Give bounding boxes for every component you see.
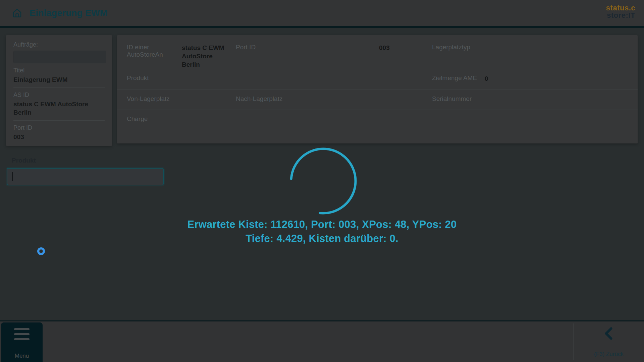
port-id-value: 003 [13, 133, 105, 141]
chevron-left-icon [603, 327, 614, 340]
orders-input[interactable] [13, 51, 106, 63]
brand-logo-bottom: store:IT [606, 12, 635, 19]
form-row-3: Von-Lagerplatz Nach-Lagerplatz Serialnum… [117, 89, 638, 110]
header-bar: Einlagerung EWM status.c store:IT [0, 0, 644, 28]
loading-spinner [289, 146, 358, 216]
back-button[interactable]: (F3) Zurück [575, 321, 642, 362]
von-lagerplatz-label: Von-Lagerplatz [127, 95, 182, 110]
zielmenge-label: Zielmenge AME [432, 74, 485, 89]
nach-lagerplatz-label: Nach-Lagerplatz [236, 95, 379, 110]
loading-message-line1: Erwartete Kiste: 112610, Port: 003, XPos… [0, 219, 644, 231]
orders-panel: Aufträge: Titel Einlagerung EWM AS ID st… [6, 35, 112, 146]
divider [13, 145, 105, 145]
home-icon[interactable] [12, 8, 22, 18]
autostore-id-value: status C EWM AutoStore Berlin [182, 44, 236, 69]
touch-pointer-indicator [37, 247, 45, 255]
produkt-input-wrap [7, 168, 164, 185]
brand-logo: status.c store:IT [606, 4, 635, 19]
autostore-id-label: ID einer AutoStoreAn [127, 44, 182, 69]
as-id-value: status C EWM AutoStore Berlin [13, 100, 91, 117]
charge-label: Charge [127, 115, 182, 130]
as-id-label: AS ID [13, 92, 105, 99]
titel-label: Titel [13, 67, 105, 74]
zielmenge-value: 0 [485, 74, 638, 89]
brand-logo-top: status.c [606, 4, 635, 12]
loading-message-line2: Tiefe: 4.429, Kisten darüber: 0. [0, 233, 644, 245]
produkt-input[interactable] [7, 168, 164, 185]
lagerplatztyp-label: Lagerplatztyp [432, 44, 485, 69]
footer-bar: Menu (F3) Zurück [0, 320, 644, 362]
back-button-label: (F3) Zurück [575, 351, 642, 358]
port-id-value: 003 [379, 44, 432, 69]
port-id-label: Port ID [13, 124, 105, 131]
lagerplatztyp-value [485, 44, 638, 69]
orders-label: Aufträge: [13, 41, 105, 48]
menu-button[interactable]: Menu [1, 322, 43, 362]
produkt-field-value [182, 74, 236, 89]
task-detail-panel: ID einer AutoStoreAn status C EWM AutoSt… [117, 35, 638, 143]
produkt-input-label: Produkt [12, 157, 36, 164]
divider [13, 120, 105, 121]
port-id-label: Port ID [236, 44, 379, 69]
serialnummer-label: Serialnummer [432, 95, 485, 110]
text-caret [12, 172, 13, 181]
form-row-1: ID einer AutoStoreAn status C EWM AutoSt… [117, 35, 638, 69]
divider [13, 87, 105, 88]
titel-value: Einlagerung EWM [13, 75, 105, 84]
produkt-field-label: Produkt [127, 74, 182, 89]
form-row-2: Produkt Zielmenge AME 0 [117, 69, 638, 89]
form-row-4: Charge [117, 110, 638, 130]
menu-button-label: Menu [1, 353, 43, 359]
footer-divider [573, 323, 574, 360]
page-title: Einlagerung EWM [30, 8, 108, 18]
hamburger-icon [14, 328, 30, 343]
